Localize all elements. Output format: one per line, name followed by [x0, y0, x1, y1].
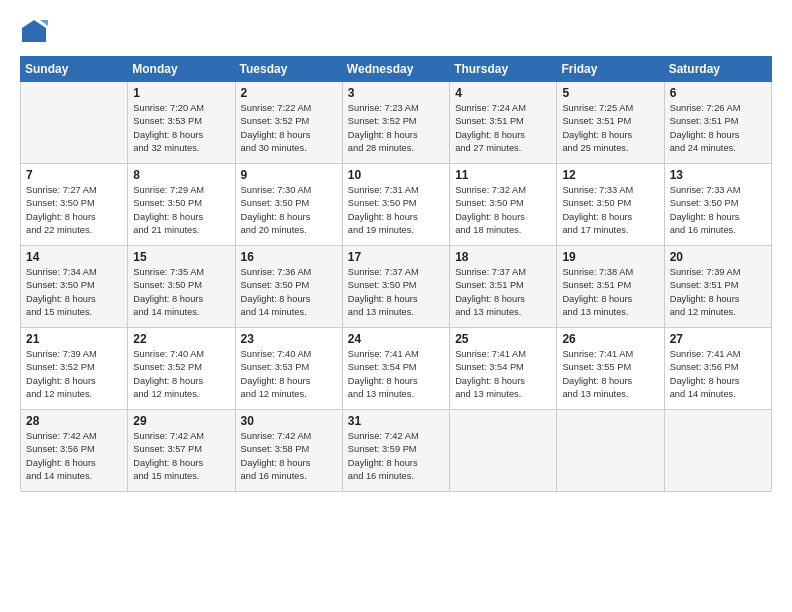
calendar-cell: 16Sunrise: 7:36 AM Sunset: 3:50 PM Dayli…: [235, 246, 342, 328]
day-number: 18: [455, 250, 551, 264]
header-thursday: Thursday: [450, 57, 557, 82]
calendar-cell: 18Sunrise: 7:37 AM Sunset: 3:51 PM Dayli…: [450, 246, 557, 328]
day-number: 1: [133, 86, 229, 100]
day-number: 21: [26, 332, 122, 346]
day-number: 24: [348, 332, 444, 346]
page: SundayMondayTuesdayWednesdayThursdayFrid…: [0, 0, 792, 612]
day-number: 25: [455, 332, 551, 346]
day-number: 13: [670, 168, 766, 182]
day-info: Sunrise: 7:38 AM Sunset: 3:51 PM Dayligh…: [562, 266, 658, 320]
header-friday: Friday: [557, 57, 664, 82]
calendar-cell: 10Sunrise: 7:31 AM Sunset: 3:50 PM Dayli…: [342, 164, 449, 246]
calendar-cell: [450, 410, 557, 492]
day-number: 31: [348, 414, 444, 428]
day-number: 6: [670, 86, 766, 100]
day-number: 12: [562, 168, 658, 182]
calendar-cell: 7Sunrise: 7:27 AM Sunset: 3:50 PM Daylig…: [21, 164, 128, 246]
header-saturday: Saturday: [664, 57, 771, 82]
week-row-3: 14Sunrise: 7:34 AM Sunset: 3:50 PM Dayli…: [21, 246, 772, 328]
day-number: 22: [133, 332, 229, 346]
calendar-cell: 2Sunrise: 7:22 AM Sunset: 3:52 PM Daylig…: [235, 82, 342, 164]
day-number: 11: [455, 168, 551, 182]
day-info: Sunrise: 7:25 AM Sunset: 3:51 PM Dayligh…: [562, 102, 658, 156]
calendar-cell: 15Sunrise: 7:35 AM Sunset: 3:50 PM Dayli…: [128, 246, 235, 328]
day-info: Sunrise: 7:41 AM Sunset: 3:54 PM Dayligh…: [348, 348, 444, 402]
day-info: Sunrise: 7:35 AM Sunset: 3:50 PM Dayligh…: [133, 266, 229, 320]
calendar-body: 1Sunrise: 7:20 AM Sunset: 3:53 PM Daylig…: [21, 82, 772, 492]
week-row-1: 1Sunrise: 7:20 AM Sunset: 3:53 PM Daylig…: [21, 82, 772, 164]
day-info: Sunrise: 7:41 AM Sunset: 3:56 PM Dayligh…: [670, 348, 766, 402]
day-number: 16: [241, 250, 337, 264]
calendar-cell: 23Sunrise: 7:40 AM Sunset: 3:53 PM Dayli…: [235, 328, 342, 410]
day-info: Sunrise: 7:40 AM Sunset: 3:52 PM Dayligh…: [133, 348, 229, 402]
day-info: Sunrise: 7:42 AM Sunset: 3:57 PM Dayligh…: [133, 430, 229, 484]
day-number: 26: [562, 332, 658, 346]
header-wednesday: Wednesday: [342, 57, 449, 82]
calendar-cell: 29Sunrise: 7:42 AM Sunset: 3:57 PM Dayli…: [128, 410, 235, 492]
day-number: 10: [348, 168, 444, 182]
calendar-cell: 20Sunrise: 7:39 AM Sunset: 3:51 PM Dayli…: [664, 246, 771, 328]
header-tuesday: Tuesday: [235, 57, 342, 82]
logo-icon: [20, 18, 48, 46]
day-info: Sunrise: 7:33 AM Sunset: 3:50 PM Dayligh…: [562, 184, 658, 238]
day-info: Sunrise: 7:36 AM Sunset: 3:50 PM Dayligh…: [241, 266, 337, 320]
calendar-cell: 31Sunrise: 7:42 AM Sunset: 3:59 PM Dayli…: [342, 410, 449, 492]
day-number: 5: [562, 86, 658, 100]
day-info: Sunrise: 7:22 AM Sunset: 3:52 PM Dayligh…: [241, 102, 337, 156]
day-info: Sunrise: 7:42 AM Sunset: 3:58 PM Dayligh…: [241, 430, 337, 484]
day-number: 2: [241, 86, 337, 100]
day-info: Sunrise: 7:32 AM Sunset: 3:50 PM Dayligh…: [455, 184, 551, 238]
day-number: 7: [26, 168, 122, 182]
calendar-cell: 13Sunrise: 7:33 AM Sunset: 3:50 PM Dayli…: [664, 164, 771, 246]
calendar-cell: 9Sunrise: 7:30 AM Sunset: 3:50 PM Daylig…: [235, 164, 342, 246]
day-number: 14: [26, 250, 122, 264]
calendar-cell: 24Sunrise: 7:41 AM Sunset: 3:54 PM Dayli…: [342, 328, 449, 410]
logo: [20, 18, 52, 46]
day-info: Sunrise: 7:37 AM Sunset: 3:50 PM Dayligh…: [348, 266, 444, 320]
calendar-cell: 26Sunrise: 7:41 AM Sunset: 3:55 PM Dayli…: [557, 328, 664, 410]
day-info: Sunrise: 7:29 AM Sunset: 3:50 PM Dayligh…: [133, 184, 229, 238]
calendar-cell: [557, 410, 664, 492]
day-info: Sunrise: 7:39 AM Sunset: 3:52 PM Dayligh…: [26, 348, 122, 402]
day-info: Sunrise: 7:41 AM Sunset: 3:54 PM Dayligh…: [455, 348, 551, 402]
day-number: 9: [241, 168, 337, 182]
header-sunday: Sunday: [21, 57, 128, 82]
day-number: 17: [348, 250, 444, 264]
day-info: Sunrise: 7:26 AM Sunset: 3:51 PM Dayligh…: [670, 102, 766, 156]
day-number: 19: [562, 250, 658, 264]
day-info: Sunrise: 7:34 AM Sunset: 3:50 PM Dayligh…: [26, 266, 122, 320]
week-row-4: 21Sunrise: 7:39 AM Sunset: 3:52 PM Dayli…: [21, 328, 772, 410]
calendar-cell: 21Sunrise: 7:39 AM Sunset: 3:52 PM Dayli…: [21, 328, 128, 410]
calendar-cell: 12Sunrise: 7:33 AM Sunset: 3:50 PM Dayli…: [557, 164, 664, 246]
week-row-5: 28Sunrise: 7:42 AM Sunset: 3:56 PM Dayli…: [21, 410, 772, 492]
day-info: Sunrise: 7:41 AM Sunset: 3:55 PM Dayligh…: [562, 348, 658, 402]
calendar-cell: [21, 82, 128, 164]
day-number: 3: [348, 86, 444, 100]
calendar-cell: 25Sunrise: 7:41 AM Sunset: 3:54 PM Dayli…: [450, 328, 557, 410]
calendar-cell: [664, 410, 771, 492]
week-row-2: 7Sunrise: 7:27 AM Sunset: 3:50 PM Daylig…: [21, 164, 772, 246]
day-info: Sunrise: 7:42 AM Sunset: 3:59 PM Dayligh…: [348, 430, 444, 484]
calendar-cell: 28Sunrise: 7:42 AM Sunset: 3:56 PM Dayli…: [21, 410, 128, 492]
day-info: Sunrise: 7:37 AM Sunset: 3:51 PM Dayligh…: [455, 266, 551, 320]
calendar-table: SundayMondayTuesdayWednesdayThursdayFrid…: [20, 56, 772, 492]
calendar-cell: 27Sunrise: 7:41 AM Sunset: 3:56 PM Dayli…: [664, 328, 771, 410]
calendar-cell: 30Sunrise: 7:42 AM Sunset: 3:58 PM Dayli…: [235, 410, 342, 492]
calendar-cell: 14Sunrise: 7:34 AM Sunset: 3:50 PM Dayli…: [21, 246, 128, 328]
day-info: Sunrise: 7:20 AM Sunset: 3:53 PM Dayligh…: [133, 102, 229, 156]
header: [20, 18, 772, 46]
calendar-cell: 4Sunrise: 7:24 AM Sunset: 3:51 PM Daylig…: [450, 82, 557, 164]
day-number: 29: [133, 414, 229, 428]
calendar-cell: 5Sunrise: 7:25 AM Sunset: 3:51 PM Daylig…: [557, 82, 664, 164]
day-info: Sunrise: 7:23 AM Sunset: 3:52 PM Dayligh…: [348, 102, 444, 156]
calendar-cell: 1Sunrise: 7:20 AM Sunset: 3:53 PM Daylig…: [128, 82, 235, 164]
calendar-cell: 22Sunrise: 7:40 AM Sunset: 3:52 PM Dayli…: [128, 328, 235, 410]
day-info: Sunrise: 7:30 AM Sunset: 3:50 PM Dayligh…: [241, 184, 337, 238]
calendar-cell: 17Sunrise: 7:37 AM Sunset: 3:50 PM Dayli…: [342, 246, 449, 328]
day-number: 30: [241, 414, 337, 428]
calendar-cell: 6Sunrise: 7:26 AM Sunset: 3:51 PM Daylig…: [664, 82, 771, 164]
header-row: SundayMondayTuesdayWednesdayThursdayFrid…: [21, 57, 772, 82]
calendar-header: SundayMondayTuesdayWednesdayThursdayFrid…: [21, 57, 772, 82]
day-info: Sunrise: 7:24 AM Sunset: 3:51 PM Dayligh…: [455, 102, 551, 156]
calendar-cell: 3Sunrise: 7:23 AM Sunset: 3:52 PM Daylig…: [342, 82, 449, 164]
